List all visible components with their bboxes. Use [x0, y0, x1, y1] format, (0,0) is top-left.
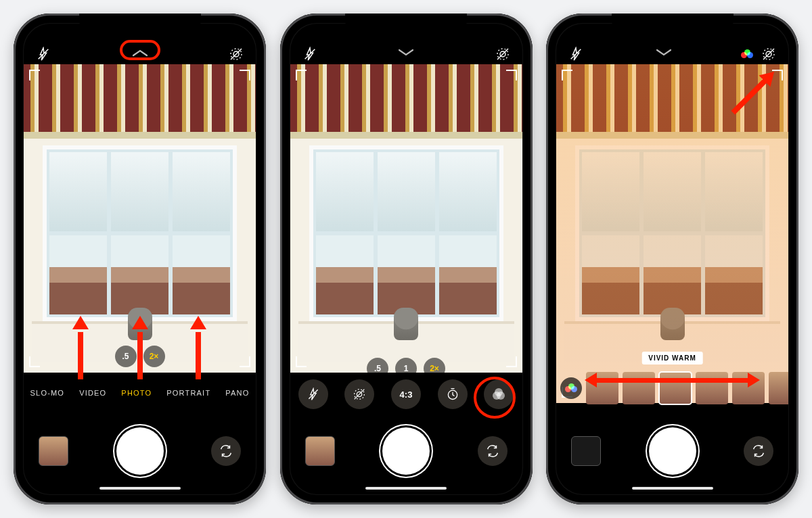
viewfinder[interactable] [24, 64, 256, 373]
filters-tool[interactable] [484, 379, 514, 409]
bottom-controls [290, 421, 522, 481]
top-bar [290, 43, 522, 66]
zoom-selector[interactable]: .5 1 2× [367, 358, 445, 379]
live-photo-toggle[interactable] [226, 44, 246, 64]
notch [79, 14, 201, 32]
top-bar [24, 43, 256, 66]
flash-tool[interactable] [298, 379, 328, 409]
zoom-wide[interactable]: .5 [115, 346, 137, 367]
mode-video[interactable]: VIDEO [79, 389, 106, 397]
bottom-controls [24, 421, 256, 481]
timer-tool[interactable] [438, 379, 468, 409]
flash-toggle[interactable] [566, 44, 586, 64]
zoom-tele[interactable]: 2× [143, 346, 165, 367]
mode-portrait[interactable]: PORTRAIT [166, 389, 210, 397]
mode-photo[interactable]: PHOTO [121, 389, 152, 397]
filter-thumb[interactable] [769, 372, 788, 404]
flash-toggle[interactable] [300, 44, 320, 64]
last-shot-thumbnail[interactable] [39, 436, 68, 466]
annotation-double-arrow-swipe [585, 373, 760, 387]
last-shot-thumbnail[interactable] [571, 436, 601, 466]
filter-picker-icon[interactable] [560, 377, 582, 399]
zoom-selector[interactable]: .5 2× [115, 346, 165, 367]
live-photo-toggle[interactable] [759, 44, 779, 64]
home-indicator[interactable] [632, 487, 713, 490]
mode-slomo[interactable]: SLO-MO [30, 389, 65, 397]
zoom-std[interactable]: 1 [395, 358, 417, 379]
aspect-ratio-tool[interactable]: 4:3 [391, 379, 421, 409]
phone-screenshot-1: .5 2× SLO-MO VIDEO PHOTO PORTRAIT PANO [14, 14, 266, 504]
expand-controls-chevron[interactable] [131, 48, 149, 57]
svg-point-15 [495, 388, 503, 396]
top-bar [556, 43, 788, 66]
home-indicator[interactable] [365, 487, 447, 490]
camera-switch-button[interactable] [478, 436, 508, 466]
live-photo-tool[interactable] [344, 379, 374, 409]
bottom-controls [556, 421, 788, 481]
notch [345, 14, 467, 32]
flash-toggle[interactable] [33, 44, 53, 64]
mode-strip[interactable]: SLO-MO VIDEO PHOTO PORTRAIT PANO [24, 381, 256, 405]
last-shot-thumbnail[interactable] [305, 436, 335, 466]
filter-name-badge: VIVID WARM [641, 352, 703, 364]
zoom-wide[interactable]: .5 [367, 358, 388, 379]
camera-switch-button[interactable] [744, 436, 773, 466]
camera-app-screen: VIVID WARM [556, 24, 788, 494]
viewfinder[interactable] [290, 64, 522, 373]
zoom-tele[interactable]: 2× [424, 358, 445, 379]
camera-switch-button[interactable] [211, 436, 241, 466]
shutter-button[interactable] [382, 427, 430, 475]
collapse-controls-chevron[interactable] [655, 48, 673, 57]
notch [612, 14, 734, 32]
camera-app-screen: .5 2× SLO-MO VIDEO PHOTO PORTRAIT PANO [24, 24, 256, 494]
phone-screenshot-2: .5 1 2× 4:3 [280, 14, 533, 504]
camera-app-screen: .5 1 2× 4:3 [290, 24, 522, 494]
home-indicator[interactable] [99, 487, 181, 490]
filter-active-indicator-icon [741, 49, 753, 59]
shutter-button[interactable] [116, 427, 164, 475]
mode-pano[interactable]: PANO [225, 389, 249, 397]
collapse-controls-chevron[interactable] [397, 48, 415, 57]
shutter-button[interactable] [649, 427, 696, 475]
live-photo-toggle[interactable] [493, 44, 513, 64]
expanded-toolbar: 4:3 [290, 375, 522, 413]
phone-screenshot-3: VIVID WARM [546, 14, 798, 504]
